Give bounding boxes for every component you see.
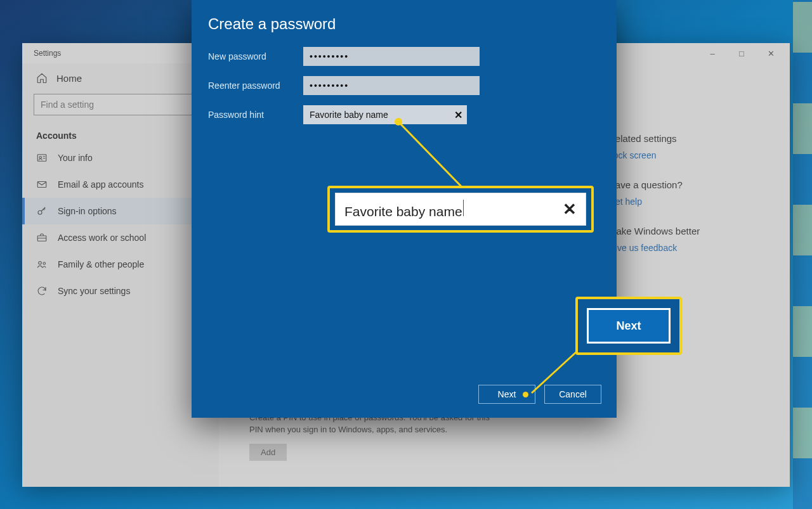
get-help-link[interactable]: Get help — [608, 197, 767, 207]
home-item[interactable]: Home — [22, 63, 219, 91]
callout-next-label: Next — [616, 319, 641, 333]
add-pin-button[interactable]: Add — [249, 444, 287, 461]
callout-clear-icon[interactable]: ✕ — [563, 200, 577, 219]
close-button[interactable]: ✕ — [757, 44, 785, 62]
people-icon — [36, 259, 48, 270]
sidebar-section-accounts: Accounts — [22, 124, 219, 145]
sidebar-item-label: Family & other people — [58, 259, 144, 269]
related-settings-heading: Related settings — [608, 133, 767, 144]
sidebar-item-label: Sign-in options — [58, 206, 117, 216]
sidebar-item-your-info[interactable]: Your info — [22, 145, 219, 171]
home-label: Home — [56, 73, 82, 84]
svg-rect-2 — [37, 182, 46, 188]
callout-next-zoom: Next — [575, 297, 682, 355]
contact-icon — [36, 152, 48, 164]
svg-point-3 — [38, 210, 42, 214]
sidebar-item-label: Access work or school — [58, 233, 146, 243]
window-title: Settings — [27, 49, 61, 58]
next-button-label: Next — [498, 389, 516, 399]
new-password-label: New password — [208, 51, 303, 61]
minimize-button[interactable]: – — [698, 44, 726, 62]
svg-point-6 — [43, 262, 46, 265]
have-question-heading: Have a question? — [608, 179, 767, 190]
sidebar-item-sign-in-options[interactable]: Sign-in options — [22, 198, 219, 224]
sidebar-item-sync[interactable]: Sync your settings — [22, 278, 219, 304]
new-password-input[interactable] — [303, 47, 480, 66]
callout-hint-zoom: Favorite baby name ✕ — [327, 186, 594, 233]
maximize-button[interactable]: □ — [728, 44, 756, 62]
callout-next-button[interactable]: Next — [587, 308, 671, 344]
next-button[interactable]: Next — [478, 385, 535, 404]
dialog-title: Create a password — [208, 15, 595, 33]
sidebar-item-family[interactable]: Family & other people — [22, 251, 219, 278]
sidebar-item-label: Email & app accounts — [58, 179, 143, 190]
settings-sidebar: Home Accounts Your info Email & app acco… — [22, 63, 219, 487]
sidebar-item-email[interactable]: Email & app accounts — [22, 171, 219, 198]
svg-point-1 — [39, 157, 41, 158]
callout-hint-text: Favorite baby name — [344, 204, 462, 219]
sidebar-item-label: Sync your settings — [58, 286, 130, 296]
give-feedback-link[interactable]: Give us feedback — [608, 243, 767, 253]
reenter-password-label: Reenter password — [208, 81, 303, 91]
cancel-button[interactable]: Cancel — [544, 385, 601, 404]
sidebar-item-label: Your info — [58, 153, 93, 163]
home-icon — [36, 72, 48, 84]
mail-icon — [36, 179, 48, 190]
password-hint-label: Password hint — [208, 110, 303, 120]
password-hint-input[interactable] — [303, 105, 449, 124]
cancel-button-label: Cancel — [559, 389, 587, 399]
reenter-password-input[interactable] — [303, 76, 480, 95]
sidebar-item-work-school[interactable]: Access work or school — [22, 224, 219, 251]
lock-screen-link[interactable]: Lock screen — [608, 150, 767, 160]
make-better-heading: Make Windows better — [608, 226, 767, 236]
clear-hint-button[interactable]: ✕ — [449, 105, 467, 124]
svg-point-5 — [39, 262, 42, 265]
briefcase-icon — [36, 232, 48, 243]
key-icon — [36, 205, 48, 217]
sync-icon — [36, 285, 48, 297]
